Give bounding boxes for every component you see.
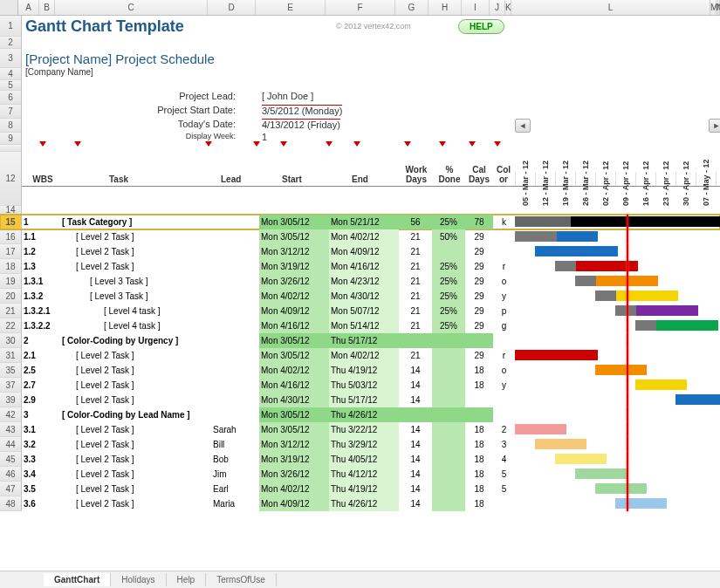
cell-start[interactable]: Mon 3/26/12 — [259, 467, 329, 482]
cell-lead[interactable] — [211, 348, 259, 363]
row-header[interactable]: 39 — [0, 393, 22, 407]
cell-workdays[interactable]: 21 — [399, 304, 432, 318]
row-header[interactable]: 47 — [0, 482, 22, 496]
cell-end[interactable]: Thu 4/12/12 — [329, 467, 399, 482]
cell-wbs[interactable]: 3.5 — [22, 482, 58, 496]
cell-end[interactable]: Mon 5/21/12 — [329, 215, 399, 229]
row-header[interactable]: 5 — [0, 80, 22, 91]
cell-end[interactable]: Thu 4/26/12 — [329, 496, 399, 511]
cell-lead[interactable] — [211, 318, 259, 333]
row-header[interactable]: 3 — [0, 49, 22, 68]
sheet-tab-termsofuse[interactable]: TermsOfUse — [206, 573, 277, 586]
row-header[interactable]: 2 — [0, 37, 22, 49]
gantt-bar[interactable] — [555, 454, 607, 464]
cell-caldays[interactable]: 18 — [465, 363, 493, 378]
cell-task[interactable]: [ Level 2 Task ] — [58, 496, 211, 511]
cell-pctdone[interactable] — [432, 363, 465, 378]
cell-workdays[interactable]: 14 — [399, 467, 432, 482]
cell-end[interactable]: Thu 4/19/12 — [329, 482, 399, 496]
cell-start[interactable]: Mon 4/02/12 — [259, 482, 329, 496]
gantt-bar[interactable] — [535, 439, 586, 449]
cell-caldays[interactable]: 29 — [465, 318, 493, 333]
cell-caldays[interactable]: 29 — [465, 229, 493, 244]
cell-task[interactable]: [ Level 2 Task ] — [58, 452, 211, 467]
cell-start[interactable]: Mon 3/12/12 — [259, 437, 329, 452]
comment-indicator-icon[interactable] — [494, 141, 501, 147]
cell-caldays[interactable]: 29 — [465, 259, 493, 274]
comment-indicator-icon[interactable] — [74, 141, 81, 147]
cell-color[interactable]: o — [493, 363, 515, 378]
row-header[interactable]: 17 — [0, 244, 22, 259]
cell-color[interactable] — [493, 496, 515, 511]
cell-task[interactable]: [ Level 2 Task ] — [58, 348, 211, 363]
col-header-A[interactable]: A — [18, 0, 39, 15]
cell-workdays[interactable]: 14 — [399, 482, 432, 496]
cell-workdays[interactable]: 21 — [399, 259, 432, 274]
cell-color[interactable]: r — [493, 259, 515, 274]
gantt-bar[interactable] — [515, 231, 598, 242]
cell-wbs[interactable]: 2.9 — [22, 393, 58, 407]
col-header-J[interactable]: J — [490, 0, 505, 15]
gantt-bar[interactable] — [595, 291, 678, 301]
cell-workdays[interactable]: 21 — [399, 244, 432, 259]
cell-workdays[interactable]: 14 — [399, 363, 432, 378]
col-header-F[interactable]: F — [326, 0, 395, 15]
cell-caldays[interactable]: 29 — [465, 348, 493, 363]
cell-workdays[interactable] — [399, 407, 432, 422]
row-header[interactable]: 4 — [0, 68, 22, 80]
cell-end[interactable]: Thu 5/17/12 — [329, 393, 399, 407]
cell-task[interactable]: [ Level 4 task ] — [58, 304, 211, 318]
col-header-B[interactable]: B — [39, 0, 55, 15]
cell-color[interactable]: 5 — [493, 467, 515, 482]
cell-start[interactable]: Mon 4/30/12 — [259, 393, 329, 407]
cell-caldays[interactable] — [465, 333, 493, 348]
col-header-C[interactable]: C — [55, 0, 208, 15]
gantt-bar[interactable] — [615, 498, 667, 509]
comment-indicator-icon[interactable] — [326, 141, 333, 147]
sheet-tab-help[interactable]: Help — [167, 573, 207, 586]
cell-wbs[interactable]: 3.4 — [22, 467, 58, 482]
cell-end[interactable]: Mon 5/14/12 — [329, 318, 399, 333]
cell-task[interactable]: [ Level 2 Task ] — [58, 467, 211, 482]
col-header-M[interactable]: M — [710, 0, 717, 15]
cell-start[interactable]: Mon 3/05/12 — [259, 422, 329, 437]
cell-pctdone[interactable]: 25% — [432, 259, 465, 274]
cell-caldays[interactable]: 78 — [465, 215, 493, 229]
cell-wbs[interactable]: 1.3.1 — [22, 274, 58, 289]
gantt-bar[interactable] — [535, 246, 618, 256]
cell-color[interactable]: 4 — [493, 452, 515, 467]
cell-start[interactable]: Mon 3/05/12 — [259, 348, 329, 363]
cell-task[interactable]: [ Level 2 Task ] — [58, 422, 211, 437]
cell-lead[interactable] — [211, 259, 259, 274]
row-header[interactable]: 9 — [0, 133, 22, 145]
cell-wbs[interactable]: 3.2 — [22, 437, 58, 452]
comment-indicator-icon[interactable] — [39, 141, 46, 147]
cell-color[interactable]: p — [493, 304, 515, 318]
help-button[interactable]: HELP — [458, 19, 504, 34]
cell-end[interactable]: Thu 4/19/12 — [329, 363, 399, 378]
cell-workdays[interactable]: 56 — [399, 215, 432, 229]
cell-pctdone[interactable]: 25% — [432, 304, 465, 318]
cell-wbs[interactable]: 1.2 — [22, 244, 58, 259]
row-header[interactable]: 12 — [0, 152, 22, 206]
row-header[interactable]: 48 — [0, 496, 22, 511]
row-header[interactable]: 20 — [0, 289, 22, 304]
row-header[interactable]: 8 — [0, 119, 22, 133]
cell-pctdone[interactable] — [432, 482, 465, 496]
cell-workdays[interactable]: 21 — [399, 274, 432, 289]
comment-indicator-icon[interactable] — [253, 141, 260, 147]
cell-wbs[interactable]: 1.3.2 — [22, 289, 58, 304]
comment-indicator-icon[interactable] — [439, 141, 446, 147]
cell-task[interactable]: [ Color-Coding by Lead Name ] — [58, 407, 211, 422]
cell-task[interactable]: [ Level 2 Task ] — [58, 363, 211, 378]
cell-workdays[interactable]: 14 — [399, 422, 432, 437]
cell-lead[interactable] — [211, 274, 259, 289]
cell-lead[interactable]: Jim — [211, 467, 259, 482]
cell-wbs[interactable]: 3.3 — [22, 452, 58, 467]
cell-start[interactable]: Mon 4/16/12 — [259, 318, 329, 333]
cell-end[interactable]: Thu 4/05/12 — [329, 452, 399, 467]
cell-workdays[interactable]: 21 — [399, 318, 432, 333]
cell-lead[interactable]: Bill — [211, 437, 259, 452]
cell-color[interactable] — [493, 229, 515, 244]
cell-color[interactable]: g — [493, 318, 515, 333]
